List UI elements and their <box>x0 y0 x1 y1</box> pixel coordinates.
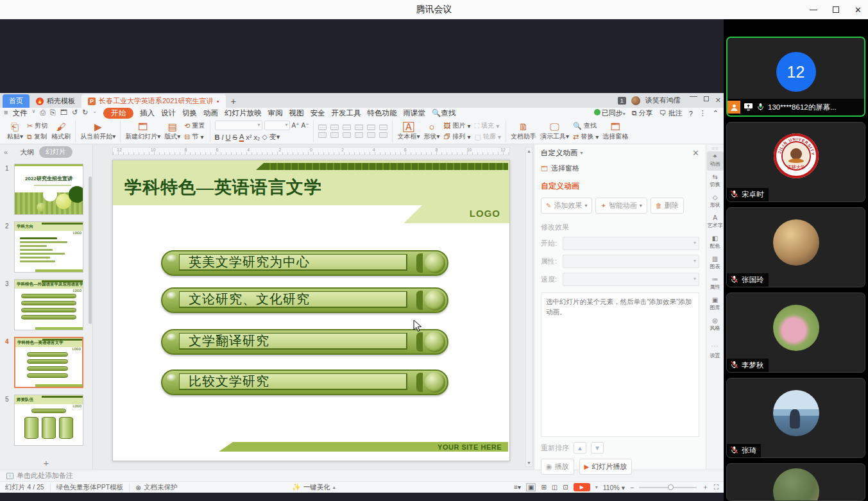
replace-button[interactable]: ⇄替换▾ <box>573 132 599 141</box>
zoom-in-button[interactable]: ＋ <box>702 483 709 492</box>
add-slide-button[interactable]: + <box>0 457 92 468</box>
zoom-out-button[interactable]: − <box>630 484 634 491</box>
menu-rainclass[interactable]: 雨课堂 <box>404 108 426 118</box>
section-button[interactable]: ⊟节▾ <box>184 132 205 141</box>
user-avatar[interactable] <box>631 96 640 105</box>
play-options-icon[interactable]: ▾ <box>595 484 598 490</box>
comment-button[interactable]: 🗨 批注 <box>660 108 683 118</box>
slide-pill-3[interactable]: 文学翻译研究 <box>161 329 448 355</box>
play-from-current-button[interactable]: ▶从当前开始▾ <box>80 122 115 141</box>
more-menu-button[interactable]: ⋮ <box>699 109 706 117</box>
text-direction-icon[interactable] <box>379 132 387 138</box>
zoom-level[interactable]: 110% ▾ <box>603 484 625 491</box>
selection-pane-button[interactable]: 🗔选择窗格 <box>602 122 628 141</box>
sidebar-style[interactable]: ◎风格 <box>707 316 724 335</box>
sidebar-wordart[interactable]: A艺术字 <box>707 213 724 232</box>
move-down-button[interactable]: ▼ <box>591 442 604 454</box>
delete-effect-button[interactable]: 🗑删除 <box>651 198 684 214</box>
cut-button[interactable]: ✂剪切 <box>27 121 47 130</box>
menu-design[interactable]: 设计 <box>161 108 176 118</box>
reading-view-button[interactable]: ◫ <box>552 484 557 491</box>
notes-toggle-icon[interactable]: ≡▾ <box>514 484 521 491</box>
bold-button[interactable]: B <box>215 133 220 141</box>
paste-button[interactable]: ⎗粘贴▾ <box>7 122 23 141</box>
slide-logo[interactable]: LOGO <box>470 208 500 219</box>
participant-tile[interactable]: 张琦 <box>726 378 865 458</box>
sidebar-colors[interactable]: ◧配色 <box>707 234 724 253</box>
participant-tile[interactable]: 张国玲 <box>726 207 865 287</box>
menu-file[interactable]: 文件 <box>12 108 27 118</box>
participant-tile-screenshare[interactable]: 12 130****8612的屏幕... <box>726 37 865 117</box>
wps-minimize-button[interactable] <box>690 96 697 105</box>
zoom-slider-knob[interactable] <box>668 484 674 490</box>
slideshow-play-button[interactable]: ▶幻灯片播放 <box>579 459 633 475</box>
wps-maximize-button[interactable] <box>704 96 709 101</box>
menu-view[interactable]: 视图 <box>289 108 304 118</box>
collapse-ribbon-button[interactable]: ⌃ <box>713 109 719 117</box>
more-icon[interactable]: ⌄ <box>92 108 97 118</box>
align-left-icon[interactable] <box>318 132 327 138</box>
thumbnail-scrollbar[interactable] <box>89 176 92 324</box>
picture-button[interactable]: 🖼图片▾ <box>444 121 471 130</box>
play-slideshow-button[interactable]: ▶ <box>574 483 590 491</box>
menu-animation[interactable]: 动画 <box>203 108 218 118</box>
speed-select[interactable] <box>563 273 699 286</box>
distribute-icon[interactable] <box>367 132 375 138</box>
normal-view-button[interactable]: ▣ <box>526 483 536 491</box>
slide-title[interactable]: 学科特色—英语语言文学 <box>124 176 322 199</box>
text-effect-button[interactable]: 变▾ <box>269 132 280 142</box>
sidebar-shapes[interactable]: ◇形状 <box>707 192 724 212</box>
strike-button[interactable]: S <box>233 133 237 141</box>
align-center-icon[interactable] <box>330 132 339 138</box>
chevron-down-icon[interactable]: ▾ <box>581 150 583 156</box>
close-panel-button[interactable]: ✕ <box>692 148 699 158</box>
tab-document[interactable]: P 长春工业大学英语系2021研究生宣讲 ● <box>81 94 226 108</box>
fill-button[interactable]: ⛶填充▾ <box>475 121 501 130</box>
slide-pill-2[interactable]: 文论研究、文化研究 <box>161 287 448 313</box>
slideshow-view-button[interactable]: ⊡ <box>563 484 568 491</box>
justify-icon[interactable] <box>355 132 363 138</box>
menu-review[interactable]: 审阅 <box>268 108 283 118</box>
participant-tile[interactable]: JILIN UNIVERSITY · CHINA 吉林大学 宋卓时 <box>726 122 865 202</box>
sync-status[interactable]: 已同步▾ <box>594 108 625 118</box>
copy-button[interactable]: ⧉复制 <box>27 132 47 141</box>
slide-pill-1[interactable]: 英美文学研究为中心 <box>161 250 448 276</box>
sidebar-animation[interactable]: ✦动画 <box>707 151 724 171</box>
indent-icon[interactable] <box>355 124 363 130</box>
shapes-button[interactable]: ○形状▾ <box>424 122 440 141</box>
font-size-select[interactable] <box>264 121 290 130</box>
numbering-icon[interactable] <box>330 124 339 130</box>
grow-font-button[interactable]: A⁺ <box>292 122 300 129</box>
share-button[interactable]: ⧉ 分享 <box>632 108 653 118</box>
outline-button[interactable]: ▢轮廓▾ <box>475 132 501 141</box>
menu-insert[interactable]: 插入 <box>140 108 155 118</box>
outdent-icon[interactable] <box>343 124 351 130</box>
help-button[interactable]: ? <box>689 110 693 117</box>
template-name[interactable]: 绿色矢量形体PPT模板 <box>51 483 130 492</box>
preview-icon[interactable]: 🗔 <box>60 108 67 118</box>
arrange-button[interactable]: 🗇排列▾ <box>444 132 471 141</box>
sidebar-transition[interactable]: ⇆切换 <box>707 172 724 191</box>
bullets-icon[interactable] <box>318 124 327 130</box>
more-tools-icon[interactable]: ··· <box>711 343 719 349</box>
new-tab-button[interactable]: + <box>226 94 241 108</box>
slide-pill-4[interactable]: 比较文学研究 <box>161 369 448 395</box>
new-slide-button[interactable]: 🗔新建幻灯片▾ <box>125 122 160 141</box>
minimize-button[interactable] <box>810 10 817 10</box>
sidebar-properties[interactable]: ≔属性 <box>707 275 724 294</box>
collapse-panel-button[interactable]: « <box>4 148 8 156</box>
font-name-select[interactable] <box>215 121 262 130</box>
sidebar-settings[interactable]: 设置 <box>707 350 724 362</box>
format-painter-button[interactable]: 🖌格式刷 <box>51 122 71 141</box>
editor-scrollbar[interactable]: ▲▼ <box>525 147 532 467</box>
participant-tile[interactable]: 李梦秋 <box>726 293 865 373</box>
menu-devtools[interactable]: 开发工具 <box>332 108 361 118</box>
sidebar-gallery[interactable]: ▣图库 <box>707 295 724 314</box>
underline-button[interactable]: U <box>226 133 231 141</box>
fit-screen-button[interactable]: ⛶ <box>714 483 719 491</box>
present-tools-button[interactable]: 🖵演示工具▾ <box>540 122 569 141</box>
user-name[interactable]: 谈笑有鸿儒 <box>645 96 681 105</box>
shrink-font-button[interactable]: A⁻ <box>302 122 309 129</box>
participant-tile-partial[interactable] <box>726 463 865 501</box>
slide-thumb-1[interactable]: 1 2022研究生招生宣讲 <box>14 164 86 215</box>
